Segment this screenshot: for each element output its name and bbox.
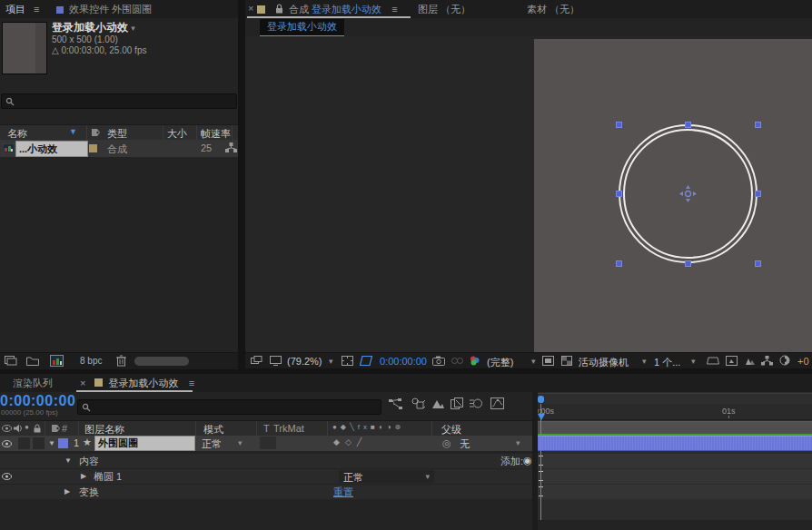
selection-handle[interactable] [685,122,691,128]
col-size[interactable]: 大小 [167,127,187,141]
col-mode[interactable]: 模式 [203,423,223,437]
playhead-line[interactable] [540,404,541,520]
target-region-icon[interactable] [542,356,554,366]
always-preview-icon[interactable] [251,356,262,366]
tab-footage[interactable]: 素材 （无） [527,3,579,16]
col-layer-name[interactable]: 图层名称 [84,423,124,437]
panel-menu-icon[interactable]: ≡ [189,378,194,388]
selection-handle[interactable] [755,191,761,197]
panel-scrollbar-thumb[interactable] [134,357,189,366]
comp-mini-flowchart-tab[interactable]: 登录加载小动效 [260,19,344,36]
contents-row[interactable]: ▼ 内容 添加: ◉ [0,454,532,468]
label-column-icon[interactable] [91,128,101,137]
layer-mode-select[interactable]: 正常 [202,437,222,451]
frame-blend-icon[interactable]: ■ [371,423,379,431]
parent-pickwhip-icon[interactable]: ◎ [442,437,451,449]
channel-rgb-icon[interactable] [469,355,480,367]
zoom-chevron-icon[interactable]: ▾ [329,357,333,366]
lock-toggle[interactable] [33,437,45,449]
selection-handle[interactable] [755,260,761,267]
tab-composition[interactable]: 合成 登录加载小动效 ≡ [289,3,398,16]
panel-menu-icon[interactable]: ≡ [34,4,39,15]
camera-view-select[interactable]: 活动摄像机 [579,356,629,368]
anchor-point-icon[interactable] [679,185,697,202]
frame-blending-icon[interactable] [451,398,464,409]
quality-switch-icon[interactable]: ◆ [333,437,345,447]
col-name[interactable]: 名称 [7,127,27,141]
transparency-grid-icon[interactable] [561,356,572,366]
pixel-aspect-icon[interactable] [707,356,719,366]
threed-icon[interactable]: ⊕ [395,423,405,431]
selection-handle[interactable] [616,122,622,128]
fast-preview-icon[interactable] [726,356,738,366]
close-icon[interactable]: × [248,3,253,14]
tab-project[interactable]: 项目 ≡ [5,3,39,16]
new-composition-icon[interactable] [50,355,64,367]
col-divider[interactable] [232,125,233,140]
timeline-search[interactable] [77,399,381,415]
project-item-row[interactable]: ...小动效 合成 25 [0,140,238,157]
label-column-icon[interactable] [51,424,61,433]
col-divider[interactable] [327,421,328,436]
reset-link[interactable]: 重置 [333,486,353,499]
parent-select[interactable]: 无 [460,437,470,451]
motion-blur-icon[interactable] [470,398,483,409]
trash-icon[interactable] [116,355,126,367]
motion-blur-col-icon[interactable]: ◐ [379,423,387,431]
parent-chevron-icon[interactable]: ▾ [516,438,520,447]
selection-handle[interactable] [616,260,622,267]
network-render-icon[interactable] [225,142,237,153]
monitor-icon[interactable] [270,356,282,366]
draft-3d-icon[interactable] [411,398,425,410]
comp-timecode[interactable]: 0:00:00:00 [380,356,427,367]
lock-icon[interactable] [275,4,283,14]
ellipse-mode-select[interactable]: 正常 ▾ [339,470,434,483]
contents-label[interactable]: 内容 [79,455,99,468]
snapshot-camera-icon[interactable] [432,356,445,366]
number-column[interactable]: # [62,423,67,434]
time-ruler[interactable]: 0:00s 01s [538,404,812,420]
mini-flowchart-icon[interactable] [389,398,403,410]
col-divider[interactable] [256,421,257,436]
shy-icon[interactable]: ╲ [350,423,358,431]
selection-handle[interactable] [616,191,622,197]
property-track-row[interactable] [538,469,812,484]
timeline-button-icon[interactable] [744,356,756,366]
layer-mode-chevron-icon[interactable]: ▾ [238,438,243,447]
resolution-select[interactable]: (完整) [487,356,513,368]
hide-shy-layers-icon[interactable] [431,398,445,409]
ellipse-twirl[interactable]: ▶ [81,472,86,480]
col-divider[interactable] [163,125,163,140]
transform-twirl[interactable]: ▶ [64,487,70,496]
transform-label[interactable]: 变换 [79,486,99,499]
col-type[interactable]: 类型 [107,127,127,141]
choose-grid-icon[interactable] [342,356,353,366]
project-item-name[interactable]: ...小动效 [15,141,88,157]
collapse-switch-icon[interactable]: ◇ [345,437,357,447]
ellipse-label[interactable]: 椭圆 1 [94,470,122,484]
sort-arrow-icon[interactable]: ▼ [69,127,77,136]
bit-depth[interactable]: 8 bpc [80,356,102,366]
graph-editor-icon[interactable] [490,398,504,409]
col-divider[interactable] [45,421,45,436]
transform-row[interactable]: ▶ 变换 重置 [0,485,532,499]
layer-row[interactable]: ▼ 1 ★ 正常 ▾ ◆◇╱ ◎ 无 ▾ [0,436,532,451]
item-label-color[interactable] [89,144,97,152]
quality-slash-icon[interactable]: ╱ [357,437,367,447]
tab-effect-controls[interactable]: 效果控件 外围圆圈 [56,3,152,16]
tab-layer[interactable]: 图层 （无） [418,3,470,16]
comp-viewer[interactable] [245,36,812,352]
trkmat-box[interactable] [260,437,276,449]
comp-flowchart-icon[interactable] [761,356,773,366]
resolution-chevron-icon[interactable]: ▾ [531,357,536,366]
col-divider[interactable] [196,125,197,140]
collapse-icon[interactable]: ◆ [341,423,350,431]
new-folder-icon[interactable] [26,356,39,366]
col-trkmat[interactable]: TrkMat [273,423,304,434]
close-icon[interactable]: × [80,378,85,388]
layer-visibility-eye-icon[interactable] [2,440,12,447]
comp-thumbnail[interactable] [2,22,47,74]
adjustment-icon[interactable]: ◑ [387,423,395,431]
timeline-timecode[interactable]: 0:00:00:00 [0,393,75,409]
layer-twirl[interactable]: ▼ [48,439,55,447]
